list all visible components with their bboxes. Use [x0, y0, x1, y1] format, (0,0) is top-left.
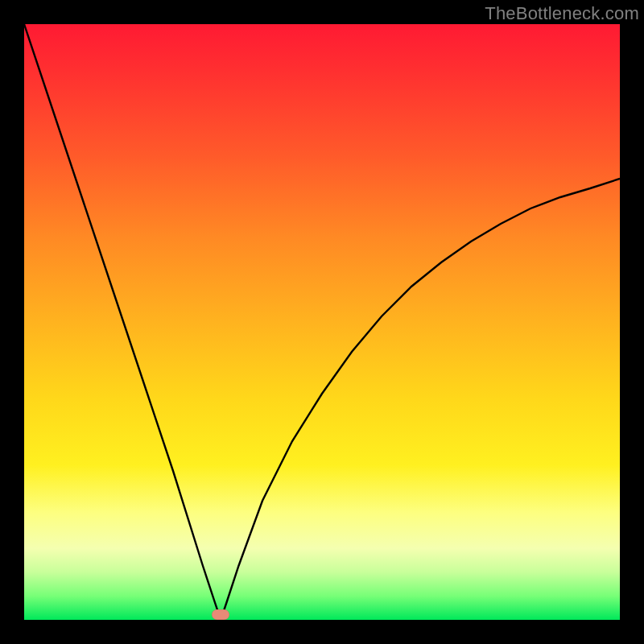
watermark-text: TheBottleneck.com [485, 3, 639, 24]
curve-layer [24, 24, 620, 620]
bottleneck-curve [24, 24, 620, 620]
chart-frame: TheBottleneck.com [0, 0, 644, 644]
minimum-marker [212, 609, 229, 620]
